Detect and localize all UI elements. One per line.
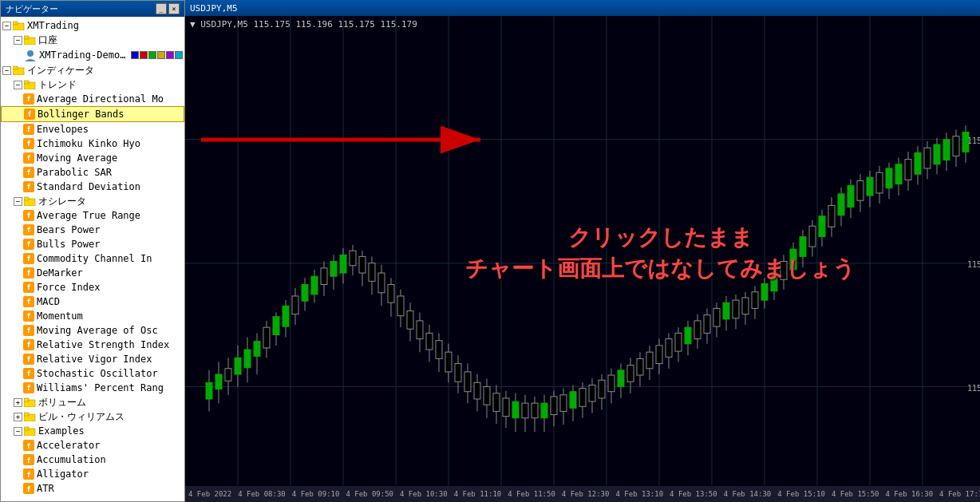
accumulation-row[interactable]: f Accumulation [1, 453, 184, 467]
atr-row[interactable]: f ATR [1, 481, 184, 496]
accelerator-label: Accelerator [37, 439, 100, 452]
stochastic-row[interactable]: f Stochastic Oscillator [1, 366, 184, 381]
close-button[interactable]: × [168, 3, 180, 14]
williams-row[interactable]: f Williams' Percent Rang [1, 381, 184, 395]
folder-icon-oscillator [24, 196, 37, 206]
alligator-row[interactable]: f Alligator [1, 467, 184, 481]
chart-title: USDJPY,M5 [190, 3, 238, 14]
std-dev-row[interactable]: f Standard Deviation [1, 180, 184, 194]
svg-rect-74 [340, 255, 346, 273]
macd-row[interactable]: f MACD [1, 294, 184, 309]
navigator-body: − XMTrading − 口座 XMTrading-Demo 3 [1, 17, 184, 501]
moving-avg-row[interactable]: f Moving Average [1, 151, 184, 165]
svg-text:115.050: 115.050 [967, 384, 980, 393]
bollinger-label: Bollinger Bands [38, 108, 124, 121]
svg-rect-88 [407, 311, 413, 330]
rsi-row[interactable]: f Relative Strength Index [1, 338, 184, 352]
svg-rect-196 [924, 148, 931, 168]
svg-rect-140 [656, 346, 662, 364]
expand-indicator[interactable]: − [2, 66, 11, 75]
svg-rect-48 [215, 374, 222, 389]
oscillator-label: オシレータ [38, 195, 86, 208]
chart-canvas[interactable]: ▼ USDJPY,M5 115.175 115.196 115.175 115.… [185, 16, 980, 502]
expand-xmtrading[interactable]: − [2, 22, 11, 30]
oscillator-row[interactable]: − オシレータ [1, 194, 184, 208]
commodity-row[interactable]: f Commodity Channel In [1, 251, 184, 266]
time-label-4: 4 Feb 10:30 [397, 490, 451, 498]
time-label-7: 4 Feb 12:30 [559, 490, 613, 498]
demarker-row[interactable]: f DeMarker [1, 266, 184, 280]
svg-rect-90 [417, 321, 423, 339]
xmtrading-demo-label: XMTrading-Demo 3 [39, 49, 129, 61]
svg-rect-108 [503, 398, 509, 417]
volume-row[interactable]: + ボリューム [1, 395, 184, 409]
indicator-icon-williams: f [23, 382, 34, 393]
svg-rect-96 [445, 352, 452, 372]
williams-label: Williams' Percent Rang [37, 381, 164, 394]
expand-volume[interactable]: + [14, 398, 22, 407]
color-sq-1 [131, 51, 139, 59]
svg-text:f: f [26, 471, 30, 479]
folder-icon-xmtrading [13, 21, 26, 30]
svg-rect-152 [713, 308, 720, 326]
parabolic-row[interactable]: f Parabolic SAR [1, 165, 184, 180]
xmtrading-row[interactable]: − XMTrading [1, 18, 184, 33]
navigator-title: ナビゲーター [6, 3, 58, 15]
ichimoku-row[interactable]: f Ichimoku Kinko Hyo [1, 136, 184, 151]
minimize-button[interactable]: _ [156, 3, 167, 14]
bill-williams-row[interactable]: + ビル・ウィリアムス [1, 409, 184, 424]
svg-rect-126 [589, 385, 595, 401]
svg-rect-162 [761, 283, 768, 300]
expand-oscillator[interactable]: − [14, 197, 22, 206]
envelopes-row[interactable]: f Envelopes [1, 122, 184, 136]
indicator-icon-atr-ex: f [23, 483, 34, 494]
svg-rect-132 [618, 370, 624, 387]
indicator-icon-force: f [23, 282, 34, 293]
time-label-14: 4 Feb 17:10 [936, 490, 980, 498]
svg-rect-10 [24, 197, 29, 200]
svg-rect-186 [876, 172, 883, 193]
indicator-icon-momentum: f [23, 310, 34, 322]
trend-label: トレンド [38, 78, 77, 91]
svg-rect-56 [254, 342, 260, 357]
svg-rect-116 [541, 403, 547, 418]
svg-rect-46 [206, 382, 212, 399]
svg-rect-66 [302, 284, 308, 301]
force-index-row[interactable]: f Force Index [1, 280, 184, 294]
xmtrading-demo-row[interactable]: XMTrading-Demo 3 [1, 47, 184, 63]
bulls-power-row[interactable]: f Bulls Power [1, 237, 184, 251]
time-label-10: 4 Feb 14:30 [721, 490, 775, 498]
ma-osc-row[interactable]: f Moving Average of Osc [1, 323, 184, 338]
svg-rect-136 [637, 358, 643, 375]
expand-examples[interactable]: − [14, 427, 22, 436]
expand-trend[interactable]: − [14, 81, 22, 89]
svg-text:115.350: 115.350 [967, 136, 980, 145]
svg-rect-160 [752, 292, 758, 309]
color-sq-4 [157, 51, 165, 59]
rvi-row[interactable]: f Relative Vigor Index [1, 352, 184, 366]
indicator-icon-ichimoku: f [23, 138, 34, 149]
avg-directional-row[interactable]: f Average Directional Mo [1, 92, 184, 106]
std-dev-label: Standard Deviation [37, 180, 140, 193]
color-sq-5 [166, 51, 174, 59]
bollinger-row[interactable]: f Bollinger Bands [1, 106, 184, 122]
bears-power-row[interactable]: f Bears Power [1, 223, 184, 237]
accelerator-row[interactable]: f Accelerator [1, 438, 184, 453]
time-label-12: 4 Feb 15:50 [828, 490, 883, 498]
avg-true-row[interactable]: f Average True Range [1, 208, 184, 223]
momentum-row[interactable]: f Momentum [1, 309, 184, 323]
expand-bill-williams[interactable]: + [14, 413, 22, 421]
trend-row[interactable]: − トレンド [1, 77, 184, 92]
ma-osc-label: Moving Average of Osc [37, 324, 158, 337]
svg-rect-144 [675, 333, 682, 351]
svg-rect-122 [570, 392, 576, 409]
indicator-row[interactable]: − インディケータ [1, 63, 184, 77]
svg-text:115.200: 115.200 [967, 260, 980, 269]
ichimoku-label: Ichimoku Kinko Hyo [37, 137, 140, 150]
svg-rect-188 [886, 168, 892, 188]
expand-account[interactable]: − [14, 36, 22, 45]
account-row[interactable]: − 口座 [1, 33, 184, 47]
examples-row[interactable]: − Examples [1, 424, 184, 438]
svg-rect-184 [867, 177, 873, 196]
indicator-icon-stddev: f [23, 181, 34, 192]
